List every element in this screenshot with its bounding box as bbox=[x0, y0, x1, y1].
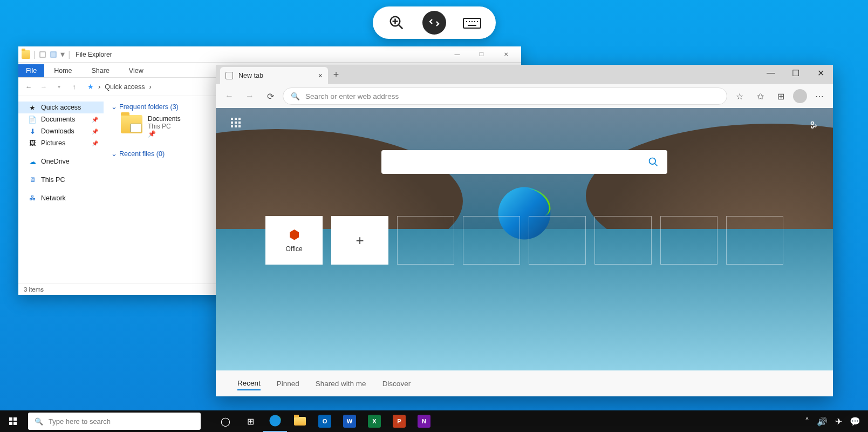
new-folder-icon[interactable] bbox=[50, 51, 57, 58]
sidebar-item-thispc[interactable]: 🖥 This PC bbox=[18, 174, 104, 186]
close-button[interactable]: ✕ bbox=[808, 65, 833, 81]
network-icon[interactable]: ✈ bbox=[835, 416, 842, 427]
tray-chevron-icon[interactable]: ˄ bbox=[805, 416, 809, 427]
taskbar-app-word[interactable]: W bbox=[338, 410, 361, 432]
hero-search-input[interactable] bbox=[381, 150, 667, 174]
tile-name: Documents bbox=[148, 115, 181, 123]
svg-rect-15 bbox=[238, 118, 241, 120]
up-icon[interactable]: ↑ bbox=[68, 83, 80, 91]
sidebar-item-quick-access[interactable]: ★ Quick access bbox=[18, 102, 104, 113]
tile-empty[interactable] bbox=[529, 216, 586, 265]
download-icon: ⬇ bbox=[28, 127, 37, 135]
breadcrumb-sep: › bbox=[149, 83, 152, 91]
svg-point-22 bbox=[811, 122, 814, 125]
history-dropdown-icon[interactable]: ▾ bbox=[53, 84, 65, 90]
taskbar-app-cortana[interactable]: ◯ bbox=[214, 410, 237, 432]
minimize-button[interactable]: — bbox=[445, 46, 469, 63]
remote-session-toolbar bbox=[373, 6, 496, 39]
sidebar-label: Network bbox=[41, 194, 66, 202]
forward-icon[interactable]: → bbox=[38, 83, 50, 91]
svg-rect-19 bbox=[231, 125, 233, 127]
explorer-titlebar[interactable]: | ▾ | File Explorer — ☐ ✕ bbox=[18, 46, 521, 63]
breadcrumb-root[interactable]: Quick access bbox=[105, 83, 145, 91]
address-bar[interactable]: 🔍 Search or enter web address bbox=[283, 87, 727, 105]
taskbar-app-edge[interactable] bbox=[263, 410, 287, 432]
start-button[interactable] bbox=[0, 410, 26, 432]
taskbar-app-taskview[interactable]: ⊞ bbox=[238, 410, 262, 432]
feed-tab-discover[interactable]: Discover bbox=[382, 377, 411, 390]
close-button[interactable]: ✕ bbox=[494, 46, 518, 63]
zoom-icon[interactable] bbox=[385, 11, 408, 35]
folder-icon bbox=[121, 115, 142, 133]
tile-office[interactable]: ⬢ Office bbox=[265, 216, 323, 265]
taskbar-app-ppt[interactable]: P bbox=[387, 410, 411, 432]
profile-avatar[interactable] bbox=[793, 89, 807, 103]
taskbar-app-explorer[interactable] bbox=[288, 410, 312, 432]
tile-empty[interactable] bbox=[660, 216, 717, 265]
favorite-icon[interactable]: ☆ bbox=[732, 88, 748, 104]
pictures-icon: 🖼 bbox=[28, 139, 37, 147]
taskbar-app-excel[interactable]: X bbox=[363, 410, 386, 432]
forward-icon[interactable]: → bbox=[242, 88, 258, 104]
pin-icon: 📌 bbox=[92, 140, 98, 146]
browser-tab[interactable]: New tab × bbox=[220, 67, 328, 84]
maximize-button[interactable]: ☐ bbox=[469, 46, 494, 63]
settings-icon[interactable] bbox=[807, 118, 818, 131]
tile-empty[interactable] bbox=[594, 216, 652, 265]
favorites-bar-icon[interactable]: ✩ bbox=[752, 88, 768, 104]
svg-point-23 bbox=[650, 158, 656, 165]
chevron-down-icon: ⌄ bbox=[111, 103, 117, 111]
remote-connection-icon[interactable] bbox=[422, 11, 446, 35]
new-tab-button[interactable]: + bbox=[328, 69, 344, 80]
pin-icon: 📌 bbox=[92, 129, 98, 134]
ribbon-home-tab[interactable]: Home bbox=[44, 64, 81, 77]
sidebar-label: Downloads bbox=[41, 127, 74, 135]
app-launcher-icon[interactable] bbox=[231, 118, 241, 130]
taskbar-app-onenote[interactable]: N bbox=[412, 410, 436, 432]
back-icon[interactable]: ← bbox=[221, 88, 237, 104]
breadcrumb[interactable]: ★ › Quick access › bbox=[83, 83, 156, 91]
system-tray[interactable]: ˄ 🔊 ✈ 💬 bbox=[797, 416, 868, 427]
tile-empty[interactable] bbox=[397, 216, 454, 265]
menu-icon[interactable]: ⋯ bbox=[811, 88, 828, 104]
action-center-icon[interactable]: 💬 bbox=[850, 416, 860, 427]
taskbar-search[interactable]: 🔍 Type here to search bbox=[28, 413, 201, 430]
maximize-button[interactable]: ☐ bbox=[783, 65, 808, 81]
ribbon-share-tab[interactable]: Share bbox=[82, 64, 119, 77]
volume-icon[interactable]: 🔊 bbox=[817, 416, 828, 427]
back-icon[interactable]: ← bbox=[23, 83, 35, 91]
keyboard-icon[interactable] bbox=[460, 11, 484, 35]
properties-icon[interactable] bbox=[39, 51, 46, 58]
taskbar-app-outlook[interactable]: O bbox=[313, 410, 337, 432]
close-tab-icon[interactable]: × bbox=[318, 71, 323, 80]
document-icon: 📄 bbox=[28, 116, 37, 123]
refresh-icon[interactable]: ⟳ bbox=[262, 88, 278, 104]
collections-icon[interactable]: ⊞ bbox=[773, 88, 789, 104]
search-icon bbox=[648, 157, 659, 167]
svg-line-1 bbox=[398, 25, 402, 29]
edge-titlebar[interactable]: New tab × + — ☐ ✕ bbox=[216, 65, 833, 84]
feed-tab-recent[interactable]: Recent bbox=[237, 377, 261, 390]
ribbon-view-tab[interactable]: View bbox=[119, 64, 153, 77]
sidebar-item-documents[interactable]: 📄 Documents 📌 bbox=[18, 113, 104, 125]
sidebar-label: OneDrive bbox=[41, 158, 70, 165]
explorer-sidebar: ★ Quick access 📄 Documents 📌 ⬇ Downloads… bbox=[18, 96, 104, 284]
sidebar-item-onedrive[interactable]: ☁ OneDrive bbox=[18, 156, 104, 167]
sidebar-item-downloads[interactable]: ⬇ Downloads 📌 bbox=[18, 125, 104, 137]
feed-tab-shared[interactable]: Shared with me bbox=[316, 377, 366, 390]
minimize-button[interactable]: — bbox=[758, 65, 783, 81]
svg-rect-12 bbox=[51, 52, 56, 57]
search-icon: 🔍 bbox=[291, 92, 300, 100]
feed-tab-pinned[interactable]: Pinned bbox=[277, 377, 299, 390]
tile-empty[interactable] bbox=[726, 216, 783, 265]
sidebar-item-pictures[interactable]: 🖼 Pictures 📌 bbox=[18, 137, 104, 149]
status-text: 3 items bbox=[24, 286, 44, 293]
tile-add[interactable]: + bbox=[331, 216, 388, 265]
network-icon: 🖧 bbox=[28, 194, 37, 202]
tile-empty[interactable] bbox=[463, 216, 520, 265]
cloud-icon: ☁ bbox=[28, 158, 37, 165]
ribbon-file-tab[interactable]: File bbox=[18, 64, 44, 77]
sidebar-label: Documents bbox=[41, 116, 75, 123]
svg-line-24 bbox=[655, 164, 658, 166]
sidebar-item-network[interactable]: 🖧 Network bbox=[18, 192, 104, 204]
